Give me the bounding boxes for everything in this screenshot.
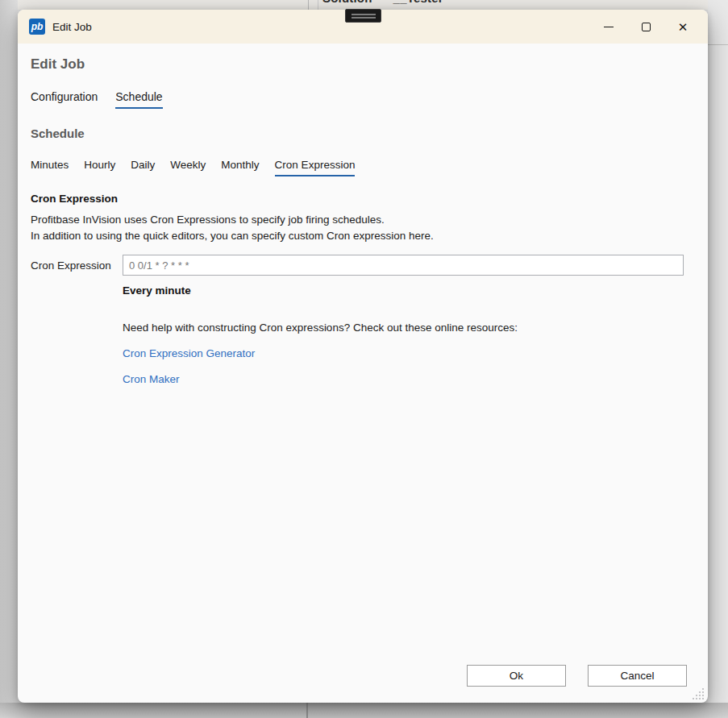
drag-handle-line xyxy=(352,14,376,15)
tab-bar: Configuration Schedule xyxy=(31,90,695,109)
window-title: Edit Job xyxy=(52,21,92,33)
background-label-tester: __Tester xyxy=(393,0,443,5)
cron-expression-field-label: Cron Expression xyxy=(31,259,123,272)
background-right-edge xyxy=(708,0,728,718)
window-controls: ✕ xyxy=(590,10,708,44)
cron-help-text: Need help with constructing Cron express… xyxy=(123,322,695,334)
subtab-hourly[interactable]: Hourly xyxy=(84,159,115,176)
tab-schedule[interactable]: Schedule xyxy=(115,90,162,109)
drag-handle-line xyxy=(352,17,376,19)
minimize-button[interactable] xyxy=(590,10,627,44)
background-panel-divider xyxy=(708,44,728,45)
cron-expression-input[interactable] xyxy=(123,255,684,276)
dialog-button-row: Ok Cancel xyxy=(467,665,687,687)
tab-configuration[interactable]: Configuration xyxy=(31,90,98,109)
cron-expression-field-row: Cron Expression xyxy=(31,255,695,276)
ok-button[interactable]: Ok xyxy=(467,665,566,687)
cron-description-line1: Profitbase InVision uses Cron Expression… xyxy=(31,212,695,228)
cancel-button[interactable]: Cancel xyxy=(588,665,687,687)
resize-grip[interactable] xyxy=(692,687,704,699)
subtab-daily[interactable]: Daily xyxy=(131,159,155,176)
cron-schedule-summary: Every minute xyxy=(123,284,695,297)
subtab-minutes[interactable]: Minutes xyxy=(31,159,69,176)
dialog-body: Edit Job Configuration Schedule Schedule… xyxy=(18,44,708,703)
cron-description: Profitbase InVision uses Cron Expression… xyxy=(31,212,695,244)
background-label-solution: Solution xyxy=(322,0,372,5)
maximize-icon xyxy=(642,23,651,31)
background-window-bottom xyxy=(0,703,728,718)
schedule-subtab-bar: Minutes Hourly Daily Weekly Monthly Cron… xyxy=(31,159,695,176)
drag-handle[interactable] xyxy=(345,9,381,23)
schedule-section-heading: Schedule xyxy=(31,127,695,140)
subtab-cron-expression[interactable]: Cron Expression xyxy=(275,159,356,176)
background-divider-line xyxy=(318,0,318,10)
cron-expression-heading: Cron Expression xyxy=(31,193,695,205)
link-cron-maker[interactable]: Cron Maker xyxy=(123,373,180,385)
subtab-weekly[interactable]: Weekly xyxy=(170,159,206,176)
close-icon: ✕ xyxy=(678,21,688,33)
cron-description-line2: In addition to using the quick editors, … xyxy=(31,228,695,244)
page-title: Edit Job xyxy=(31,44,695,73)
maximize-button[interactable] xyxy=(627,10,664,44)
link-cron-expression-generator[interactable]: Cron Expression Generator xyxy=(123,347,255,359)
background-column-divider xyxy=(306,703,308,718)
background-left-edge xyxy=(0,0,18,718)
profitbase-app-icon: pb xyxy=(29,19,45,35)
background-clipped-text: Solution__Tester xyxy=(322,0,589,7)
minimize-icon xyxy=(604,27,614,27)
edit-job-dialog: pb Edit Job ✕ Edit Job Configuration Sch… xyxy=(18,10,708,703)
close-button[interactable]: ✕ xyxy=(664,10,701,44)
background-divider-line xyxy=(308,0,309,10)
subtab-monthly[interactable]: Monthly xyxy=(221,159,259,176)
